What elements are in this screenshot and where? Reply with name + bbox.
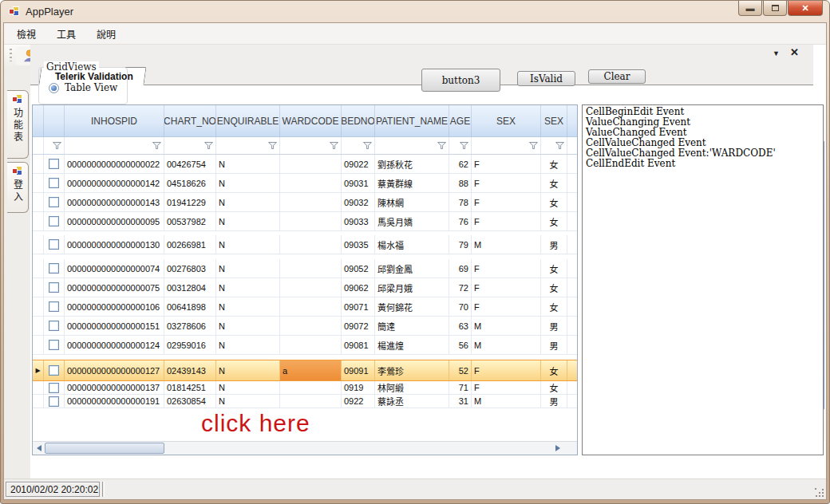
cell-patient_name[interactable]: 邱劉金鳳	[375, 259, 449, 278]
table-row[interactable]: 000000000000000013000266981N09035楊水福79M男	[33, 235, 577, 254]
cell-enquirable[interactable]: N	[216, 336, 280, 354]
filter-funnel-icon[interactable]	[268, 142, 277, 149]
cell-sex[interactable]: M	[472, 317, 541, 335]
cell-chart_no[interactable]: 02959016	[164, 336, 216, 354]
clear-button[interactable]: Clear	[588, 69, 646, 84]
cell-chart_no[interactable]: 02439143	[164, 360, 216, 380]
cell-bedno[interactable]: 0919	[342, 381, 375, 394]
cell-sex2[interactable]: 女	[541, 278, 567, 297]
column-header-CHART_NO[interactable]: CHART_NO	[164, 105, 216, 136]
column-header-SEX[interactable]: SEX	[541, 105, 567, 136]
horizontal-scrollbar[interactable]	[33, 441, 577, 455]
cell-bedno[interactable]: 09031	[342, 174, 375, 192]
cell-patient_name[interactable]: 蔡黃群線	[375, 174, 449, 192]
row-checkbox[interactable]	[49, 340, 59, 350]
cell-age[interactable]: 62	[449, 155, 472, 173]
cell-chart_no[interactable]: 00537982	[164, 212, 216, 230]
cell-age[interactable]: 79	[449, 235, 472, 254]
cell-bedno[interactable]: 09022	[342, 155, 375, 173]
menu-item-tools[interactable]: 工具	[49, 24, 84, 44]
tabstrip-close-icon[interactable]: ✕	[790, 46, 799, 58]
cell-patient_name[interactable]: 李鶯珍	[375, 360, 449, 380]
cell-enquirable[interactable]: N	[216, 317, 280, 335]
cell-wardcode[interactable]	[280, 212, 342, 230]
cell-wardcode[interactable]	[280, 395, 342, 408]
cell-age[interactable]: 31	[449, 395, 472, 408]
cell-wardcode[interactable]: a	[280, 360, 342, 380]
cell-enquirable[interactable]: N	[216, 278, 280, 297]
table-view-radio[interactable]: Table View	[49, 82, 117, 93]
minimize-button[interactable]: ▬	[738, 1, 762, 16]
filter-cell[interactable]	[44, 137, 65, 154]
cell-chart_no[interactable]: 00641898	[164, 297, 216, 316]
cell-wardcode[interactable]	[280, 193, 342, 211]
cell-inhospid[interactable]: 0000000000000000143	[65, 193, 164, 211]
cell-sex[interactable]: F	[472, 155, 541, 173]
cell-age[interactable]: 70	[449, 297, 472, 316]
cell-sex2[interactable]: 男	[541, 235, 567, 254]
column-header-SEX[interactable]: SEX	[472, 105, 541, 136]
close-button[interactable]: ✕	[788, 1, 823, 16]
cell-sex[interactable]: F	[472, 212, 541, 230]
filter-cell[interactable]	[280, 137, 342, 154]
table-row[interactable]: ▶000000000000000012702439143Na09091李鶯珍52…	[33, 360, 577, 381]
filter-cell[interactable]	[65, 137, 164, 154]
column-header-AGE[interactable]: AGE	[449, 105, 472, 136]
cell-inhospid[interactable]: 0000000000000000130	[65, 235, 164, 254]
cell-inhospid[interactable]: 0000000000000000191	[65, 395, 164, 408]
cell-sex2[interactable]: 女	[541, 259, 567, 278]
cell-age[interactable]: 76	[449, 212, 472, 230]
menu-item-view[interactable]: 檢視	[9, 24, 44, 44]
cell-sex[interactable]: F	[472, 381, 541, 394]
cell-age[interactable]: 72	[449, 278, 472, 297]
cell-chart_no[interactable]: 02630854	[164, 395, 216, 408]
cell-inhospid[interactable]: 0000000000000000022	[65, 155, 164, 173]
isvalid-button[interactable]: IsValid	[517, 71, 575, 86]
row-checkbox[interactable]	[49, 396, 59, 407]
cell-inhospid[interactable]: 0000000000000000137	[65, 381, 164, 394]
filter-funnel-icon[interactable]	[53, 142, 61, 149]
cell-chart_no[interactable]: 03278606	[164, 317, 216, 335]
cell-wardcode[interactable]	[280, 155, 342, 173]
cell-enquirable[interactable]: N	[216, 155, 280, 173]
sidebar-tab-login[interactable]: 登入	[7, 162, 29, 213]
cell-sex[interactable]: M	[472, 235, 541, 254]
cell-sex2[interactable]: 女	[541, 193, 567, 211]
cell-sex2[interactable]: 男	[541, 336, 567, 354]
table-row[interactable]: 000000000000000019102630854N0922蔡詠丞31M男	[33, 395, 577, 408]
column-header-WARDCODE[interactable]: WARDCODE	[280, 105, 342, 136]
cell-age[interactable]: 88	[449, 174, 472, 192]
cell-patient_name[interactable]: 蔡詠丞	[375, 395, 449, 408]
cell-chart_no[interactable]: 00426754	[164, 155, 216, 173]
cell-bedno[interactable]: 09072	[342, 317, 375, 335]
row-checkbox[interactable]	[49, 301, 59, 312]
table-row[interactable]: 000000000000000007500312804N09062邱梁月娥72F…	[33, 278, 577, 297]
filter-funnel-icon[interactable]	[363, 142, 372, 149]
cell-patient_name[interactable]: 邱梁月娥	[375, 278, 449, 297]
column-header-BEDNO[interactable]: BEDNO	[342, 105, 375, 136]
filter-funnel-icon[interactable]	[437, 142, 446, 149]
cell-sex2[interactable]: 男	[541, 395, 567, 408]
cell-inhospid[interactable]: 0000000000000000142	[65, 174, 164, 192]
cell-wardcode[interactable]	[280, 259, 342, 278]
cell-inhospid[interactable]: 0000000000000000124	[65, 336, 164, 354]
column-header-INHOSPID[interactable]: INHOSPID	[65, 105, 164, 136]
table-row[interactable]: 000000000000000015103278606N09072簡達63M男	[33, 317, 577, 336]
sidebar-tab-menu[interactable]: 功能表	[7, 90, 29, 159]
row-checkbox[interactable]	[49, 282, 59, 293]
cell-chart_no[interactable]: 01814251	[164, 381, 216, 394]
row-checkbox[interactable]	[49, 321, 59, 331]
cell-sex[interactable]: F	[472, 193, 541, 211]
cell-patient_name[interactable]: 劉孫秋花	[375, 155, 449, 173]
row-checkbox[interactable]	[49, 159, 59, 169]
cell-wardcode[interactable]	[280, 235, 342, 254]
cell-bedno[interactable]: 09052	[342, 259, 375, 278]
cell-patient_name[interactable]: 楊水福	[375, 235, 449, 254]
filter-funnel-icon[interactable]	[460, 142, 468, 149]
cell-enquirable[interactable]: N	[216, 259, 280, 278]
cell-sex2[interactable]: 女	[541, 212, 567, 230]
cell-enquirable[interactable]: N	[216, 235, 280, 254]
table-row[interactable]: 000000000000000013701814251N0919林阿緞71F女	[33, 381, 577, 395]
cell-bedno[interactable]: 09032	[342, 193, 375, 211]
cell-enquirable[interactable]: N	[216, 297, 280, 316]
